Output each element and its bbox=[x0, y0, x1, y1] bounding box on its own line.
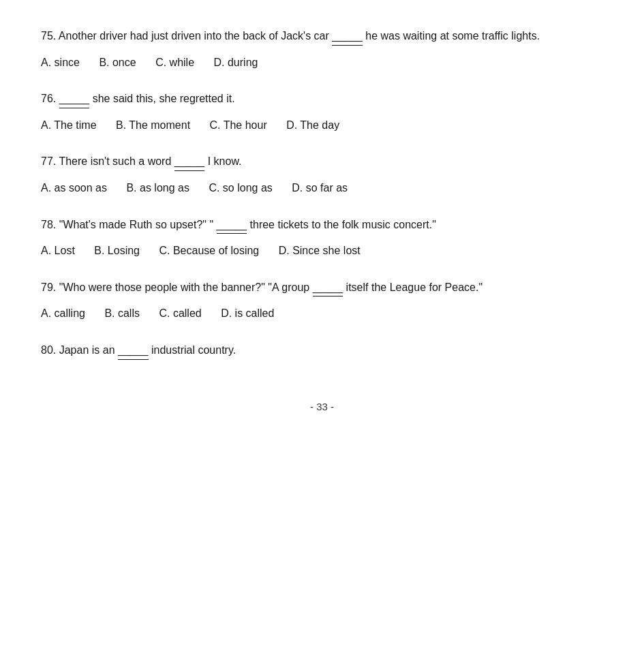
question-77-blank: _____ bbox=[174, 153, 205, 171]
option-a-text: Lost bbox=[55, 245, 75, 256]
question-75-option-d: D. during bbox=[214, 57, 258, 68]
option-d-text: The day bbox=[300, 119, 339, 131]
question-77-option-c: C. so long as bbox=[209, 182, 275, 194]
option-b-label: B. bbox=[126, 182, 136, 194]
question-76-number: 76. bbox=[41, 93, 56, 104]
question-77-before: There isn't such a word bbox=[59, 155, 171, 167]
option-b-text: as long as bbox=[140, 182, 189, 194]
question-78-options: A. Lost B. Losing C. Because of losing D… bbox=[41, 242, 603, 260]
question-78-blank: _____ bbox=[217, 216, 247, 234]
question-79-before: "Who were those people with the banner?"… bbox=[59, 281, 310, 293]
question-78-option-a: A. Lost bbox=[41, 245, 78, 256]
question-76-options: A. The time B. The moment C. The hour D.… bbox=[41, 117, 603, 134]
option-a-label: A. bbox=[41, 245, 51, 256]
question-75-option-a: A. since bbox=[41, 57, 82, 68]
question-77-option-b: B. as long as bbox=[126, 182, 192, 194]
option-d-text: during bbox=[228, 57, 258, 68]
question-77: 77. There isn't such a word _____ I know… bbox=[41, 153, 603, 196]
option-c-text: called bbox=[173, 307, 202, 319]
question-75-option-c: C. while bbox=[155, 57, 197, 68]
option-a-text: since bbox=[55, 57, 80, 68]
question-77-after: I know. bbox=[208, 155, 242, 167]
question-80-after: industrial country. bbox=[151, 344, 236, 356]
question-79-after: itself the League for Peace." bbox=[346, 281, 482, 293]
option-a-label: A. bbox=[41, 307, 51, 319]
question-76-option-a: A. The time bbox=[41, 119, 99, 131]
question-75-after: he was waiting at some traffic lights. bbox=[365, 30, 540, 42]
option-b-text: The moment bbox=[129, 119, 190, 131]
question-77-number: 77. bbox=[41, 155, 56, 167]
option-c-label: C. bbox=[155, 57, 166, 68]
question-75-option-b: B. once bbox=[99, 57, 139, 68]
question-75-number: 75. bbox=[41, 30, 56, 42]
option-d-label: D. bbox=[292, 182, 303, 194]
question-78-option-c: C. Because of losing bbox=[159, 245, 262, 256]
question-80: 80. Japan is an _____ industrial country… bbox=[41, 341, 603, 360]
question-79-number: 79. bbox=[41, 281, 56, 293]
option-b-label: B. bbox=[116, 119, 126, 131]
question-79-blank: _____ bbox=[313, 279, 343, 297]
option-b-label: B. bbox=[94, 245, 104, 256]
page-number: - 33 - bbox=[41, 401, 603, 412]
option-b-text: calls bbox=[118, 307, 140, 319]
option-c-label: C. bbox=[210, 119, 221, 131]
question-78-number: 78. bbox=[41, 219, 56, 230]
question-78: 78. "What's made Ruth so upset?" " _____… bbox=[41, 216, 603, 260]
option-d-text: Since she lost bbox=[292, 245, 361, 256]
option-d-text: is called bbox=[235, 307, 275, 319]
option-c-text: so long as bbox=[223, 182, 273, 194]
option-d-label: D. bbox=[214, 57, 225, 68]
question-76-text: 76. _____ she said this, she regretted i… bbox=[41, 90, 603, 108]
question-79-option-b: B. calls bbox=[104, 307, 142, 319]
option-d-label: D. bbox=[286, 119, 297, 131]
question-78-before: "What's made Ruth so upset?" " bbox=[59, 219, 213, 230]
question-75: 75. Another driver had just driven into … bbox=[41, 27, 603, 71]
option-a-label: A. bbox=[41, 57, 51, 68]
question-76-option-d: D. The day bbox=[286, 119, 339, 131]
question-79-option-d: D. is called bbox=[221, 307, 274, 319]
question-80-number: 80. bbox=[41, 344, 56, 356]
option-b-text: Losing bbox=[108, 245, 140, 256]
option-d-label: D. bbox=[221, 307, 232, 319]
option-c-label: C. bbox=[159, 307, 170, 319]
question-76-option-b: B. The moment bbox=[116, 119, 194, 131]
questions-container: 75. Another driver had just driven into … bbox=[41, 27, 603, 360]
option-b-label: B. bbox=[99, 57, 109, 68]
question-75-options: A. since B. once C. while D. during bbox=[41, 54, 603, 72]
question-80-text: 80. Japan is an _____ industrial country… bbox=[41, 341, 603, 360]
question-79-option-c: C. called bbox=[159, 307, 204, 319]
option-a-text: as soon as bbox=[55, 182, 107, 194]
question-80-blank: _____ bbox=[118, 341, 149, 360]
option-a-text: calling bbox=[55, 307, 85, 319]
question-75-before: Another driver had just driven into the … bbox=[59, 30, 329, 42]
question-79-text: 79. "Who were those people with the bann… bbox=[41, 279, 603, 297]
option-c-label: C. bbox=[209, 182, 219, 194]
question-76: 76. _____ she said this, she regretted i… bbox=[41, 90, 603, 134]
option-a-label: A. bbox=[41, 182, 51, 194]
option-c-text: Because of losing bbox=[173, 245, 259, 256]
question-79: 79. "Who were those people with the bann… bbox=[41, 279, 603, 322]
question-76-after: she said this, she regretted it. bbox=[93, 93, 235, 104]
option-a-label: A. bbox=[41, 119, 51, 131]
question-78-after: three tickets to the folk music concert.… bbox=[250, 219, 436, 230]
question-78-option-b: B. Losing bbox=[94, 245, 142, 256]
option-b-label: B. bbox=[104, 307, 114, 319]
question-77-option-d: D. so far as bbox=[292, 182, 348, 194]
option-d-text: so far as bbox=[306, 182, 348, 194]
question-76-option-c: C. The hour bbox=[210, 119, 271, 131]
question-80-before: Japan is an bbox=[59, 344, 115, 356]
question-79-option-a: A. calling bbox=[41, 307, 88, 319]
question-78-text: 78. "What's made Ruth so upset?" " _____… bbox=[41, 216, 603, 234]
question-76-blank: _____ bbox=[59, 90, 90, 108]
option-b-text: once bbox=[112, 57, 136, 68]
question-75-blank: _____ bbox=[332, 27, 363, 46]
option-c-text: The hour bbox=[224, 119, 267, 131]
option-c-label: C. bbox=[159, 245, 170, 256]
question-75-text: 75. Another driver had just driven into … bbox=[41, 27, 603, 46]
question-77-options: A. as soon as B. as long as C. so long a… bbox=[41, 179, 603, 197]
question-79-options: A. calling B. calls C. called D. is call… bbox=[41, 305, 603, 322]
option-d-label: D. bbox=[279, 245, 290, 256]
question-77-option-a: A. as soon as bbox=[41, 182, 110, 194]
question-77-text: 77. There isn't such a word _____ I know… bbox=[41, 153, 603, 171]
question-78-option-d: D. Since she lost bbox=[279, 245, 361, 256]
